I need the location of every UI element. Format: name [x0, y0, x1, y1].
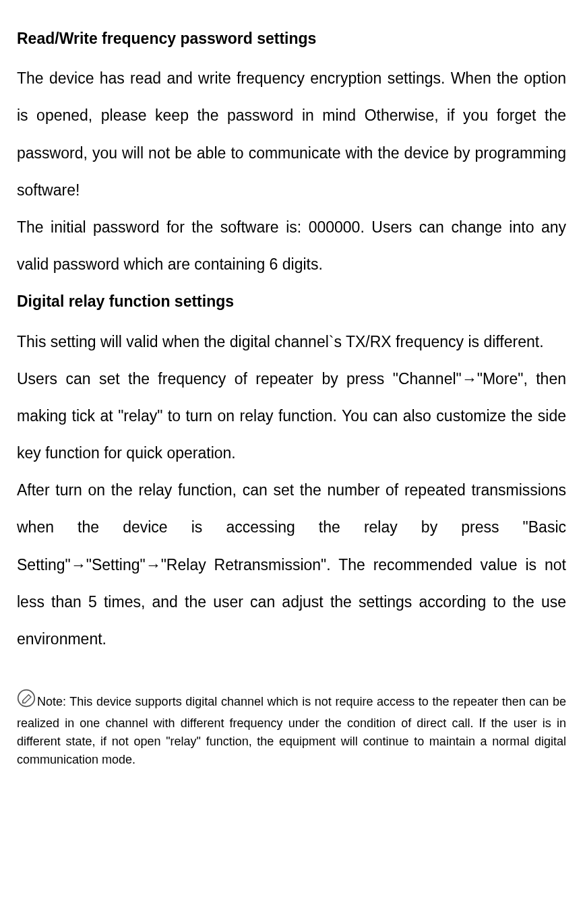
- paragraph-relay-3: After turn on the relay function, can se…: [17, 472, 566, 658]
- note-text: Note: This device supports digital chann…: [17, 695, 566, 766]
- paragraph-password-1: The device has read and write frequency …: [17, 60, 566, 209]
- paragraph-relay-2: Users can set the frequency of repeater …: [17, 361, 566, 472]
- document-page: Read/Write frequency password settings T…: [17, 20, 566, 769]
- note-icon: [17, 689, 36, 713]
- note-block: Note: This device supports digital chann…: [17, 690, 566, 769]
- paragraph-relay-1: This setting will valid when the digital…: [17, 324, 566, 361]
- svg-point-0: [18, 690, 35, 707]
- section-heading-relay: Digital relay function settings: [17, 283, 566, 320]
- section-heading-password: Read/Write frequency password settings: [17, 20, 566, 57]
- paragraph-password-2: The initial password for the software is…: [17, 209, 566, 283]
